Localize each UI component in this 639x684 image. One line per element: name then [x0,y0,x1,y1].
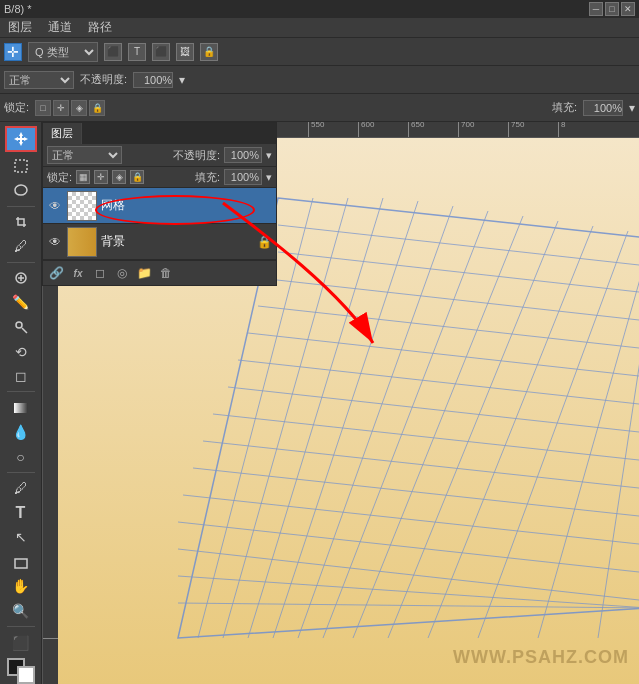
window-controls: ─ □ ✕ [589,2,635,16]
layer-fx-icon[interactable]: fx [69,264,87,282]
layer-mode-select[interactable]: 正常 [47,146,122,164]
options-bar-3: 锁定: □ ✛ ◈ 🔒 填充: ▾ [0,94,639,122]
tool-separator-1 [7,206,35,207]
layer-thumb-grid [67,191,97,221]
menu-channels[interactable]: 通道 [44,18,76,37]
svg-line-32 [478,231,628,638]
crop-tool-button[interactable] [7,211,35,234]
clone-tool-button[interactable] [7,316,35,339]
svg-line-14 [228,387,639,433]
lasso-tool-button[interactable] [7,179,35,202]
menu-layers[interactable]: 图层 [4,18,36,37]
fill-label: 填充: [552,100,577,115]
lock-artboard-icon[interactable]: ◈ [71,100,87,116]
svg-line-27 [298,206,453,638]
shape-tool-button[interactable] [7,551,35,574]
history-brush-button[interactable]: ⟲ [7,340,35,363]
move-tool-icon[interactable]: ✛ [4,43,22,61]
layer-eye-grid[interactable]: 👁 [47,198,63,214]
minimize-button[interactable]: ─ [589,2,603,16]
layer-item-grid[interactable]: 👁 网格 [43,188,276,224]
h-mark-700: 700 [458,122,508,137]
lock-all-icon[interactable]: 🔒 [89,100,105,116]
spot-heal-tool-button[interactable] [7,267,35,290]
canvas-area: 300 350 400 450 500 550 600 650 700 750 … [42,122,639,684]
layer-fill-input[interactable] [224,169,262,185]
icon-filter4[interactable]: 🖼 [176,43,194,61]
pen-tool-button[interactable]: 🖊 [7,477,35,500]
layer-item-bg[interactable]: 👁 背景 🔒 [43,224,276,260]
fill-dropdown-icon[interactable]: ▾ [629,101,635,115]
layer-adjustment-icon[interactable]: ◎ [113,264,131,282]
gradient-tool-button[interactable] [7,396,35,419]
eraser-tool-button[interactable]: ◻ [7,365,35,388]
fill-arrow2[interactable]: ▾ [266,171,272,184]
blend-mode-select[interactable]: 正常 [4,71,74,89]
text-tool-button[interactable]: T [7,502,35,525]
svg-line-33 [538,251,639,638]
title-text: B/8) * [4,3,32,15]
svg-rect-0 [15,160,27,172]
tool-separator-5 [7,626,35,627]
background-color[interactable] [17,666,35,684]
blur-tool-button[interactable]: 💧 [7,421,35,444]
fill-input[interactable] [583,100,623,116]
h-mark-650: 650 [408,122,458,137]
svg-line-16 [203,441,639,489]
svg-line-34 [598,308,639,638]
h-mark-8: 8 [558,122,608,137]
eyedropper-tool-button[interactable]: 🖊 [7,235,35,258]
move-tool-button[interactable] [5,126,37,152]
layer-delete-icon[interactable]: 🗑 [157,264,175,282]
svg-line-20 [178,549,639,601]
icon-filter5[interactable]: 🔒 [200,43,218,61]
lock-all-icon2[interactable]: 🔒 [130,170,144,184]
tool-separator-3 [7,391,35,392]
h-mark-600: 600 [358,122,408,137]
lock-move-icon[interactable]: ✛ [94,170,108,184]
layer-link-icon[interactable]: 🔗 [47,264,65,282]
dodge-tool-button[interactable]: ○ [7,445,35,468]
svg-line-19 [178,522,639,573]
menu-paths[interactable]: 路径 [84,18,116,37]
lock-position-icon[interactable]: ✛ [53,100,69,116]
icon-filter3[interactable]: ⬛ [152,43,170,61]
lock-px-icon[interactable]: ▦ [76,170,90,184]
svg-point-4 [16,322,22,328]
hand-tool-button[interactable]: ✋ [7,575,35,598]
lock-icons-group: □ ✛ ◈ 🔒 [35,100,105,116]
svg-line-12 [248,333,639,377]
lock-pixels-icon[interactable]: □ [35,100,51,116]
opacity-dropdown-icon[interactable]: ▾ [179,73,185,87]
layer-thumb-bg [67,227,97,257]
maximize-button[interactable]: □ [605,2,619,16]
close-button[interactable]: ✕ [621,2,635,16]
lock-art-icon[interactable]: ◈ [112,170,126,184]
path-select-button[interactable]: ↖ [7,526,35,549]
h-mark-750: 750 [508,122,558,137]
svg-line-17 [193,468,639,517]
color-swatches[interactable] [7,658,35,684]
left-toolbar: 🖊 ✏️ ⟲ ◻ 💧 ○ 🖊 T [0,122,42,684]
main-area: 🖊 ✏️ ⟲ ◻ 💧 ○ 🖊 T [0,122,639,684]
layer-group-icon[interactable]: 📁 [135,264,153,282]
zoom-tool-button[interactable]: 🔍 [7,600,35,623]
layer-mode-row: 正常 不透明度: ▾ [43,144,276,167]
layer-eye-bg[interactable]: 👁 [47,234,63,250]
layer-mask-icon[interactable]: ◻ [91,264,109,282]
options-bar-1: ✛ Q 类型 ⬛ T ⬛ 🖼 🔒 [0,38,639,66]
kind-select[interactable]: Q 类型 [28,42,98,62]
extra-tool-1[interactable]: ⬛ [7,631,35,654]
opacity-arrow2[interactable]: ▾ [266,149,272,162]
brush-tool-button[interactable]: ✏️ [7,291,35,314]
layer-opacity-input[interactable] [224,147,262,163]
icon-filter1[interactable]: ⬛ [104,43,122,61]
svg-line-29 [353,216,523,638]
layers-tab[interactable]: 图层 [43,123,82,144]
lock-label: 锁定: [4,100,29,115]
select-tool-button[interactable] [7,154,35,177]
opacity-input[interactable] [133,72,173,88]
svg-line-13 [238,360,639,405]
icon-filter2[interactable]: T [128,43,146,61]
svg-line-22 [178,603,639,608]
